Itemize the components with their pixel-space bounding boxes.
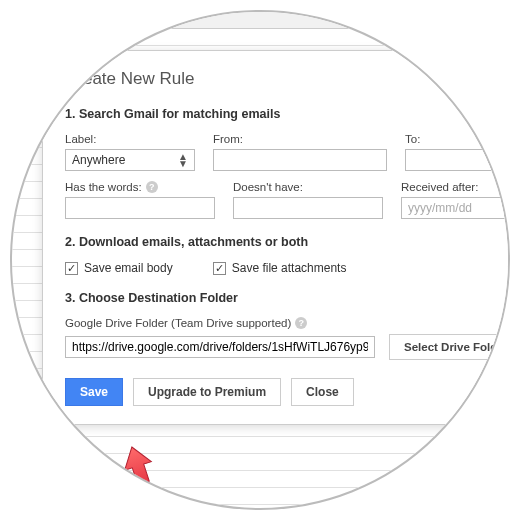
- create-rule-panel: Create New Rule 1. Search Gmail for matc…: [42, 50, 510, 425]
- to-label: To:: [405, 133, 510, 145]
- haswords-label: Has the words: ?: [65, 181, 215, 193]
- label-select[interactable]: Anywhere ▲▼: [65, 149, 195, 171]
- section-destination: 3. Choose Destination Folder Google Driv…: [65, 291, 510, 360]
- from-input[interactable]: [213, 149, 387, 171]
- checkbox-icon: ✓: [65, 262, 78, 275]
- select-caret-icon: ▲▼: [178, 153, 188, 167]
- save-attachments-label: Save file attachments: [232, 261, 347, 275]
- save-attachments-checkbox[interactable]: ✓ Save file attachments: [213, 261, 347, 275]
- folder-label: Google Drive Folder (Team Drive supporte…: [65, 317, 510, 329]
- received-after-label: Received after:: [401, 181, 510, 193]
- section-search: 1. Search Gmail for matching emails Labe…: [65, 107, 510, 219]
- label-select-value: Anywhere: [72, 153, 125, 167]
- received-after-input[interactable]: [401, 197, 510, 219]
- select-drive-folder-button[interactable]: Select Drive Folder: [389, 334, 510, 360]
- save-email-body-checkbox[interactable]: ✓ Save email body: [65, 261, 173, 275]
- help-icon[interactable]: ?: [295, 317, 307, 329]
- upgrade-button[interactable]: Upgrade to Premium: [133, 378, 281, 406]
- haswords-input[interactable]: [65, 197, 215, 219]
- nothave-input[interactable]: [233, 197, 383, 219]
- section3-heading: 3. Choose Destination Folder: [65, 291, 510, 305]
- button-row: Save Upgrade to Premium Close You: [65, 378, 510, 406]
- circle-frame: Create New Rule 1. Search Gmail for matc…: [10, 10, 510, 510]
- panel-title: Create New Rule: [65, 69, 510, 89]
- save-button[interactable]: Save: [65, 378, 123, 406]
- label-field-label: Label:: [65, 133, 195, 145]
- checkbox-icon: ✓: [213, 262, 226, 275]
- from-label: From:: [213, 133, 387, 145]
- save-email-body-label: Save email body: [84, 261, 173, 275]
- drive-folder-input[interactable]: [65, 336, 375, 358]
- section-download: 2. Download emails, attachments or both …: [65, 235, 510, 275]
- close-button[interactable]: Close: [291, 378, 354, 406]
- nothave-label: Doesn't have:: [233, 181, 383, 193]
- to-input[interactable]: [405, 149, 510, 171]
- section2-heading: 2. Download emails, attachments or both: [65, 235, 510, 249]
- section1-heading: 1. Search Gmail for matching emails: [65, 107, 510, 121]
- help-icon[interactable]: ?: [146, 181, 158, 193]
